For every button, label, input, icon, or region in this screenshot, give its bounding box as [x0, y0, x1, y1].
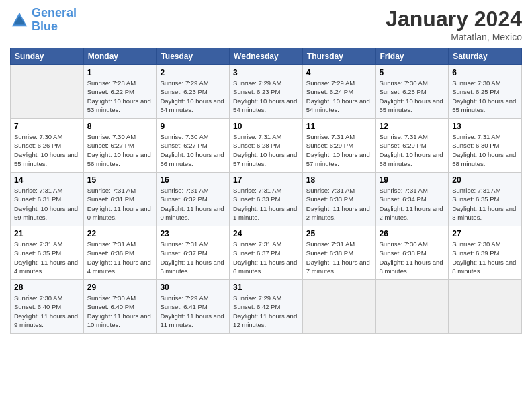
header-row: Sunday Monday Tuesday Wednesday Thursday…	[11, 48, 522, 65]
col-saturday: Saturday	[449, 48, 522, 65]
day-number: 3	[233, 68, 299, 77]
day-number: 4	[306, 68, 372, 77]
table-cell: 7Sunrise: 7:30 AMSunset: 6:26 PMDaylight…	[11, 119, 84, 173]
day-info: Sunrise: 7:30 AMSunset: 6:25 PMDaylight:…	[380, 79, 445, 114]
table-cell: 4Sunrise: 7:29 AMSunset: 6:24 PMDaylight…	[302, 65, 375, 119]
table-cell: 20Sunrise: 7:31 AMSunset: 6:35 PMDayligh…	[449, 173, 522, 226]
table-cell	[11, 65, 84, 119]
day-info: Sunrise: 7:31 AMSunset: 6:35 PMDaylight:…	[452, 186, 518, 222]
table-cell: 2Sunrise: 7:29 AMSunset: 6:23 PMDaylight…	[157, 65, 230, 119]
day-info: Sunrise: 7:31 AMSunset: 6:31 PMDaylight:…	[87, 186, 153, 222]
day-number: 23	[160, 229, 226, 238]
day-info: Sunrise: 7:31 AMSunset: 6:38 PMDaylight:…	[306, 240, 372, 275]
day-info: Sunrise: 7:31 AMSunset: 6:33 PMDaylight:…	[306, 186, 372, 222]
table-cell: 19Sunrise: 7:31 AMSunset: 6:34 PMDayligh…	[375, 173, 449, 226]
day-info: Sunrise: 7:31 AMSunset: 6:31 PMDaylight:…	[14, 186, 80, 222]
day-number: 16	[160, 175, 226, 185]
week-row-5: 28Sunrise: 7:30 AMSunset: 6:40 PMDayligh…	[11, 280, 522, 334]
week-row-2: 7Sunrise: 7:30 AMSunset: 6:26 PMDaylight…	[11, 119, 522, 173]
col-sunday: Sunday	[11, 48, 84, 65]
day-number: 29	[87, 283, 153, 292]
day-number: 22	[87, 229, 153, 238]
table-cell: 11Sunrise: 7:31 AMSunset: 6:29 PMDayligh…	[302, 119, 375, 173]
day-info: Sunrise: 7:31 AMSunset: 6:34 PMDaylight:…	[380, 186, 445, 222]
day-number: 25	[306, 229, 372, 238]
day-number: 12	[380, 122, 445, 131]
day-info: Sunrise: 7:29 AMSunset: 6:42 PMDaylight:…	[233, 293, 299, 329]
col-thursday: Thursday	[302, 48, 375, 65]
table-cell	[302, 280, 375, 334]
table-cell: 26Sunrise: 7:30 AMSunset: 6:38 PMDayligh…	[375, 226, 449, 280]
table-cell: 17Sunrise: 7:31 AMSunset: 6:33 PMDayligh…	[230, 173, 303, 226]
day-number: 1	[87, 68, 153, 77]
table-cell: 6Sunrise: 7:30 AMSunset: 6:25 PMDaylight…	[449, 65, 522, 119]
day-number: 24	[233, 229, 299, 238]
table-cell: 25Sunrise: 7:31 AMSunset: 6:38 PMDayligh…	[302, 226, 375, 280]
day-info: Sunrise: 7:31 AMSunset: 6:30 PMDaylight:…	[452, 132, 518, 168]
title-block: January 2024 Matatlan, Mexico	[386, 7, 522, 42]
day-info: Sunrise: 7:29 AMSunset: 6:23 PMDaylight:…	[160, 79, 226, 114]
day-info: Sunrise: 7:31 AMSunset: 6:35 PMDaylight:…	[14, 240, 80, 275]
day-info: Sunrise: 7:31 AMSunset: 6:29 PMDaylight:…	[380, 132, 445, 168]
day-info: Sunrise: 7:31 AMSunset: 6:32 PMDaylight:…	[160, 186, 226, 222]
day-number: 30	[160, 283, 226, 292]
day-info: Sunrise: 7:30 AMSunset: 6:27 PMDaylight:…	[160, 132, 226, 168]
table-cell: 3Sunrise: 7:29 AMSunset: 6:23 PMDaylight…	[230, 65, 303, 119]
location: Matatlan, Mexico	[386, 32, 522, 42]
table-cell: 23Sunrise: 7:31 AMSunset: 6:37 PMDayligh…	[157, 226, 230, 280]
col-friday: Friday	[375, 48, 449, 65]
table-cell: 22Sunrise: 7:31 AMSunset: 6:36 PMDayligh…	[83, 226, 157, 280]
table-cell: 13Sunrise: 7:31 AMSunset: 6:30 PMDayligh…	[449, 119, 522, 173]
table-cell: 30Sunrise: 7:29 AMSunset: 6:41 PMDayligh…	[157, 280, 230, 334]
day-number: 17	[233, 175, 299, 185]
day-info: Sunrise: 7:30 AMSunset: 6:39 PMDaylight:…	[452, 240, 518, 275]
day-number: 8	[87, 122, 153, 131]
table-cell: 15Sunrise: 7:31 AMSunset: 6:31 PMDayligh…	[83, 173, 157, 226]
table-cell: 31Sunrise: 7:29 AMSunset: 6:42 PMDayligh…	[230, 280, 303, 334]
day-info: Sunrise: 7:29 AMSunset: 6:24 PMDaylight:…	[306, 79, 372, 114]
day-info: Sunrise: 7:30 AMSunset: 6:27 PMDaylight:…	[87, 132, 153, 168]
day-number: 31	[233, 283, 299, 292]
table-cell: 5Sunrise: 7:30 AMSunset: 6:25 PMDaylight…	[375, 65, 449, 119]
table-cell: 10Sunrise: 7:31 AMSunset: 6:28 PMDayligh…	[230, 119, 303, 173]
day-info: Sunrise: 7:30 AMSunset: 6:40 PMDaylight:…	[14, 293, 80, 329]
day-number: 2	[160, 68, 226, 77]
day-number: 13	[452, 122, 518, 131]
table-cell: 18Sunrise: 7:31 AMSunset: 6:33 PMDayligh…	[302, 173, 375, 226]
day-number: 20	[452, 175, 518, 185]
day-info: Sunrise: 7:30 AMSunset: 6:38 PMDaylight:…	[380, 240, 445, 275]
page-container: General Blue January 2024 Matatlan, Mexi…	[0, 0, 532, 340]
day-number: 7	[14, 122, 80, 131]
day-number: 11	[306, 122, 372, 131]
table-cell: 8Sunrise: 7:30 AMSunset: 6:27 PMDaylight…	[83, 119, 157, 173]
table-cell: 1Sunrise: 7:28 AMSunset: 6:22 PMDaylight…	[83, 65, 157, 119]
month-title: January 2024	[386, 7, 522, 32]
day-number: 9	[160, 122, 226, 131]
day-info: Sunrise: 7:31 AMSunset: 6:37 PMDaylight:…	[160, 240, 226, 275]
col-tuesday: Tuesday	[157, 48, 230, 65]
day-number: 19	[380, 175, 445, 185]
day-number: 26	[380, 229, 445, 238]
day-info: Sunrise: 7:30 AMSunset: 6:26 PMDaylight:…	[14, 132, 80, 168]
week-row-3: 14Sunrise: 7:31 AMSunset: 6:31 PMDayligh…	[11, 173, 522, 226]
day-number: 14	[14, 175, 80, 185]
table-cell	[375, 280, 449, 334]
table-cell: 28Sunrise: 7:30 AMSunset: 6:40 PMDayligh…	[11, 280, 84, 334]
day-number: 5	[380, 68, 445, 77]
col-monday: Monday	[83, 48, 157, 65]
day-info: Sunrise: 7:31 AMSunset: 6:37 PMDaylight:…	[233, 240, 299, 275]
table-cell: 12Sunrise: 7:31 AMSunset: 6:29 PMDayligh…	[375, 119, 449, 173]
table-cell: 9Sunrise: 7:30 AMSunset: 6:27 PMDaylight…	[157, 119, 230, 173]
week-row-1: 1Sunrise: 7:28 AMSunset: 6:22 PMDaylight…	[11, 65, 522, 119]
day-info: Sunrise: 7:30 AMSunset: 6:40 PMDaylight:…	[87, 293, 153, 329]
day-info: Sunrise: 7:31 AMSunset: 6:36 PMDaylight:…	[87, 240, 153, 275]
day-info: Sunrise: 7:29 AMSunset: 6:41 PMDaylight:…	[160, 293, 226, 329]
day-number: 18	[306, 175, 372, 185]
day-info: Sunrise: 7:31 AMSunset: 6:28 PMDaylight:…	[233, 132, 299, 168]
table-cell: 16Sunrise: 7:31 AMSunset: 6:32 PMDayligh…	[157, 173, 230, 226]
day-number: 15	[87, 175, 153, 185]
table-cell: 29Sunrise: 7:30 AMSunset: 6:40 PMDayligh…	[83, 280, 157, 334]
logo: General Blue	[10, 7, 77, 34]
day-info: Sunrise: 7:31 AMSunset: 6:29 PMDaylight:…	[306, 132, 372, 168]
day-info: Sunrise: 7:31 AMSunset: 6:33 PMDaylight:…	[233, 186, 299, 222]
